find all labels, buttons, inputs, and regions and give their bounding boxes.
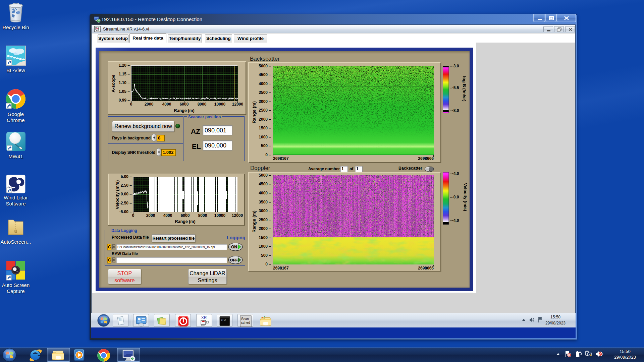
svg-text:OFF: OFF <box>230 258 238 262</box>
svg-text:sched: sched <box>241 321 250 324</box>
svg-text:Scan: Scan <box>241 317 249 321</box>
svg-text:ON: ON <box>231 245 237 249</box>
svg-text:XR: XR <box>201 315 207 320</box>
svg-text:C:\>_: C:\>_ <box>221 319 228 321</box>
